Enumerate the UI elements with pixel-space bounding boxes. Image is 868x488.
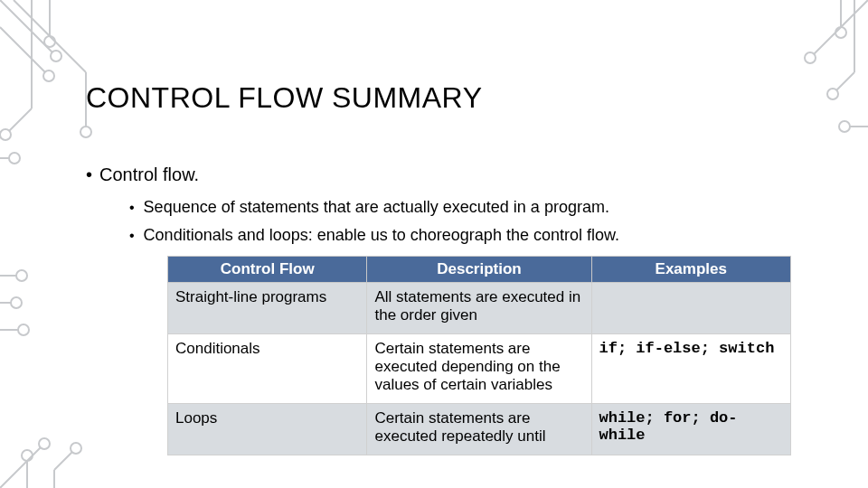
bullet-dot-icon: • — [129, 229, 135, 243]
bullet-list: • Control flow. • Sequence of statements… — [86, 164, 832, 245]
svg-line-17 — [836, 72, 854, 90]
sub-bullet-text: Conditionals and loops: enable us to cho… — [144, 226, 619, 245]
table-cell: Certain statements are executed repeated… — [367, 404, 591, 455]
table-header: Description — [367, 257, 591, 283]
svg-line-0 — [0, 0, 52, 52]
svg-point-15 — [805, 52, 816, 63]
bullet-item: • Control flow. • Sequence of statements… — [86, 164, 832, 245]
sub-bullet-list: • Sequence of statements that are actual… — [129, 198, 832, 245]
table-cell-example: while; for; do-while — [591, 404, 791, 455]
sub-bullet-item: • Conditionals and loops: enable us to c… — [129, 226, 832, 245]
table-header-row: Control Flow Description Examples — [168, 257, 791, 283]
svg-line-2 — [14, 0, 86, 72]
svg-point-35 — [71, 443, 81, 454]
table-cell-example — [591, 283, 791, 334]
svg-point-24 — [16, 270, 27, 281]
slide-content: CONTROL FLOW SUMMARY • Control flow. • S… — [86, 81, 832, 455]
svg-point-7 — [0, 129, 11, 140]
svg-line-14 — [814, 0, 868, 54]
svg-point-20 — [835, 27, 846, 38]
table-row: Conditionals Certain statements are exec… — [168, 334, 791, 404]
table-row: Straight-line programs All statements ar… — [168, 283, 791, 334]
svg-point-22 — [839, 121, 850, 132]
table-cell: All statements are executed in the order… — [367, 283, 591, 334]
svg-point-26 — [11, 297, 22, 308]
table-cell-example: if; if-else; switch — [591, 334, 791, 404]
svg-point-9 — [44, 36, 55, 47]
table-row: Loops Certain statements are executed re… — [168, 404, 791, 455]
circuit-decoration-bottom-left — [0, 407, 99, 488]
summary-table: Control Flow Description Examples Straig… — [167, 256, 791, 455]
svg-line-34 — [54, 452, 72, 470]
svg-point-28 — [18, 324, 29, 335]
svg-point-11 — [43, 70, 54, 81]
bullet-dot-icon: • — [86, 165, 92, 183]
svg-point-30 — [39, 438, 50, 449]
table-cell: Loops — [168, 404, 367, 455]
svg-line-10 — [0, 27, 45, 72]
svg-line-6 — [9, 108, 32, 131]
bullet-dot-icon: • — [129, 201, 135, 215]
circuit-decoration-left — [0, 267, 36, 348]
table-cell: Certain statements are executed dependin… — [367, 334, 591, 404]
sub-bullet-text: Sequence of statements that are actually… — [144, 198, 609, 217]
bullet-text: Control flow. — [99, 164, 199, 185]
table-header: Control Flow — [168, 257, 367, 283]
svg-point-1 — [51, 51, 61, 61]
sub-bullet-item: • Sequence of statements that are actual… — [129, 198, 832, 217]
svg-point-13 — [9, 153, 20, 164]
table-header: Examples — [591, 257, 791, 283]
svg-point-32 — [22, 450, 33, 461]
table-cell: Straight-line programs — [168, 283, 367, 334]
slide-title: CONTROL FLOW SUMMARY — [86, 81, 832, 115]
summary-table-wrap: Control Flow Description Examples Straig… — [167, 256, 791, 455]
table-cell: Conditionals — [168, 334, 367, 404]
svg-line-29 — [0, 447, 41, 488]
